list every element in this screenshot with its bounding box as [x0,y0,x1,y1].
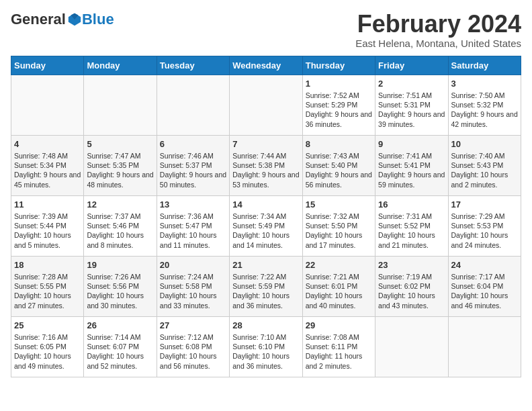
calendar-cell: 15Sunrise: 7:32 AMSunset: 5:50 PMDayligh… [302,195,375,256]
daylight-text: Daylight: 10 hours and 56 minutes. [160,351,226,370]
day-number: 21 [232,259,299,271]
cell-content: 3Sunrise: 7:50 AMSunset: 5:32 PMDaylight… [451,78,518,129]
sunset-text: Sunset: 6:02 PM [378,281,445,291]
calendar-cell: 5Sunrise: 7:47 AMSunset: 5:35 PMDaylight… [84,135,157,195]
page-header: General Blue February 2024 East Helena, … [11,11,521,49]
cell-content: 19Sunrise: 7:26 AMSunset: 5:56 PMDayligh… [87,259,153,310]
sunset-text: Sunset: 5:47 PM [160,221,226,230]
day-number: 27 [160,320,226,332]
day-number: 7 [232,138,299,150]
sunrise-text: Sunrise: 7:24 AM [160,272,226,281]
cell-content: 29Sunrise: 7:08 AMSunset: 6:11 PMDayligh… [306,320,372,371]
daylight-text: Daylight: 9 hours and 50 minutes. [160,170,226,189]
sunset-text: Sunset: 5:50 PM [306,221,372,230]
daylight-text: Daylight: 10 hours and 24 minutes. [451,230,518,249]
day-number: 14 [232,199,299,211]
day-number: 5 [87,138,153,150]
calendar-cell: 17Sunrise: 7:29 AMSunset: 5:53 PMDayligh… [448,195,521,256]
sunrise-text: Sunrise: 7:16 AM [14,332,81,342]
sunset-text: Sunset: 5:38 PM [232,161,299,170]
calendar-cell: 24Sunrise: 7:17 AMSunset: 6:04 PMDayligh… [448,256,521,316]
cell-content: 27Sunrise: 7:12 AMSunset: 6:08 PMDayligh… [160,320,226,371]
weekday-header-thursday: Thursday [302,56,375,75]
day-number: 19 [87,259,153,271]
weekday-header-sunday: Sunday [11,56,84,75]
weekday-header-tuesday: Tuesday [157,56,229,75]
sunrise-text: Sunrise: 7:47 AM [87,151,153,161]
daylight-text: Daylight: 9 hours and 59 minutes. [378,170,445,189]
weekday-header-row: SundayMondayTuesdayWednesdayThursdayFrid… [11,56,521,75]
daylight-text: Daylight: 10 hours and 43 minutes. [378,291,445,310]
daylight-text: Daylight: 11 hours and 2 minutes. [306,351,372,370]
logo: General Blue [11,11,114,28]
calendar-cell: 23Sunrise: 7:19 AMSunset: 6:02 PMDayligh… [375,256,448,316]
daylight-text: Daylight: 9 hours and 45 minutes. [14,170,81,189]
daylight-text: Daylight: 10 hours and 33 minutes. [160,291,226,310]
calendar-week-row: 4Sunrise: 7:48 AMSunset: 5:34 PMDaylight… [11,135,521,195]
day-number: 8 [306,138,372,150]
sunrise-text: Sunrise: 7:10 AM [232,332,299,342]
sunset-text: Sunset: 5:58 PM [160,281,226,291]
calendar-cell: 20Sunrise: 7:24 AMSunset: 5:58 PMDayligh… [157,256,229,316]
sunrise-text: Sunrise: 7:12 AM [160,332,226,342]
sunrise-text: Sunrise: 7:22 AM [232,272,299,281]
day-number: 1 [306,78,372,90]
daylight-text: Daylight: 9 hours and 42 minutes. [451,109,518,128]
calendar-cell: 8Sunrise: 7:43 AMSunset: 5:40 PMDaylight… [302,135,375,195]
day-number: 4 [14,138,81,150]
day-number: 22 [306,259,372,271]
cell-content: 4Sunrise: 7:48 AMSunset: 5:34 PMDaylight… [14,138,81,189]
day-number: 15 [306,199,372,211]
calendar-cell: 13Sunrise: 7:36 AMSunset: 5:47 PMDayligh… [157,195,229,256]
cell-content: 9Sunrise: 7:41 AMSunset: 5:41 PMDaylight… [378,138,445,189]
sunset-text: Sunset: 6:07 PM [87,342,153,351]
sunset-text: Sunset: 5:32 PM [451,100,518,109]
sunrise-text: Sunrise: 7:52 AM [306,91,372,100]
calendar-cell: 7Sunrise: 7:44 AMSunset: 5:38 PMDaylight… [230,135,302,195]
sunrise-text: Sunrise: 7:46 AM [160,151,226,161]
calendar-cell: 19Sunrise: 7:26 AMSunset: 5:56 PMDayligh… [84,256,157,316]
sunset-text: Sunset: 5:59 PM [232,281,299,291]
sunrise-text: Sunrise: 7:40 AM [451,151,518,161]
daylight-text: Daylight: 9 hours and 36 minutes. [306,109,372,128]
calendar-cell: 22Sunrise: 7:21 AMSunset: 6:01 PMDayligh… [302,256,375,316]
location-text: East Helena, Montana, United States [355,38,521,49]
cell-content: 25Sunrise: 7:16 AMSunset: 6:05 PMDayligh… [14,320,81,371]
calendar-cell: 10Sunrise: 7:40 AMSunset: 5:43 PMDayligh… [448,135,521,195]
calendar-cell [157,75,229,135]
day-number: 29 [306,320,372,332]
cell-content: 1Sunrise: 7:52 AMSunset: 5:29 PMDaylight… [306,78,372,129]
sunset-text: Sunset: 6:01 PM [306,281,372,291]
sunset-text: Sunset: 5:37 PM [160,161,226,170]
sunrise-text: Sunrise: 7:36 AM [160,212,226,221]
sunset-text: Sunset: 5:29 PM [306,100,372,109]
calendar-week-row: 11Sunrise: 7:39 AMSunset: 5:44 PMDayligh… [11,195,521,256]
sunset-text: Sunset: 6:10 PM [232,342,299,351]
daylight-text: Daylight: 10 hours and 11 minutes. [160,230,226,249]
sunrise-text: Sunrise: 7:50 AM [451,91,518,100]
sunset-text: Sunset: 5:43 PM [451,161,518,170]
cell-content: 8Sunrise: 7:43 AMSunset: 5:40 PMDaylight… [306,138,372,189]
day-number: 17 [451,199,518,211]
sunset-text: Sunset: 6:05 PM [14,342,81,351]
sunset-text: Sunset: 6:08 PM [160,342,226,351]
day-number: 6 [160,138,226,150]
daylight-text: Daylight: 10 hours and 27 minutes. [14,291,81,310]
day-number: 12 [87,199,153,211]
calendar-cell [448,316,521,377]
daylight-text: Daylight: 10 hours and 30 minutes. [87,291,153,310]
sunset-text: Sunset: 5:40 PM [306,161,372,170]
calendar-cell [230,75,302,135]
calendar-cell [11,75,84,135]
calendar-cell: 16Sunrise: 7:31 AMSunset: 5:52 PMDayligh… [375,195,448,256]
day-number: 9 [378,138,445,150]
weekday-header-wednesday: Wednesday [230,56,302,75]
calendar-week-row: 18Sunrise: 7:28 AMSunset: 5:55 PMDayligh… [11,256,521,316]
cell-content: 7Sunrise: 7:44 AMSunset: 5:38 PMDaylight… [232,138,299,189]
sunset-text: Sunset: 5:56 PM [87,281,153,291]
sunset-text: Sunset: 5:35 PM [87,161,153,170]
sunset-text: Sunset: 6:04 PM [451,281,518,291]
sunset-text: Sunset: 5:49 PM [232,221,299,230]
cell-content: 17Sunrise: 7:29 AMSunset: 5:53 PMDayligh… [451,199,518,250]
day-number: 23 [378,259,445,271]
